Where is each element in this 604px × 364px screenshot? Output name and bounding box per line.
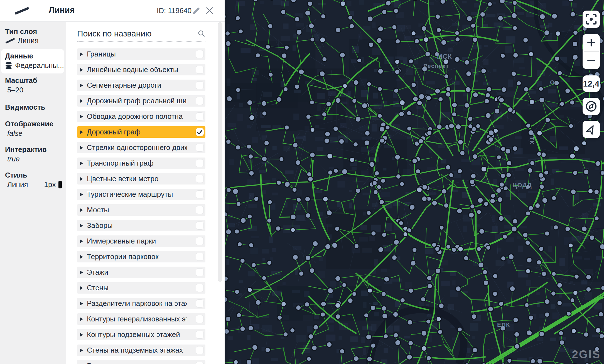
layer-row[interactable]: Транспортный граф bbox=[77, 158, 205, 169]
layer-checkbox[interactable] bbox=[196, 128, 204, 136]
expand-arrow-icon[interactable] bbox=[80, 99, 83, 103]
expand-arrow-icon[interactable] bbox=[80, 177, 83, 181]
plus-icon bbox=[586, 37, 597, 48]
expand-arrow-icon[interactable] bbox=[80, 286, 83, 290]
expand-arrow-icon[interactable] bbox=[80, 333, 83, 337]
search-input[interactable]: Поиск по названию bbox=[77, 29, 198, 38]
expand-arrow-icon[interactable] bbox=[80, 115, 83, 119]
layer-checkbox[interactable] bbox=[196, 331, 204, 339]
layer-row[interactable]: Разделители парковок на подзем... bbox=[77, 360, 205, 364]
layer-row[interactable]: Мосты bbox=[77, 204, 205, 216]
expand-arrow-icon[interactable] bbox=[80, 224, 83, 228]
layer-checkbox[interactable] bbox=[196, 284, 204, 292]
layer-row[interactable]: Линейные водные объекты bbox=[77, 64, 205, 75]
data-section-card[interactable]: Данные Федеральны... bbox=[1, 49, 64, 73]
layer-checkbox[interactable] bbox=[196, 222, 204, 230]
layer-checkbox[interactable] bbox=[196, 190, 204, 198]
layer-checkbox[interactable] bbox=[196, 253, 204, 261]
expand-arrow-icon[interactable] bbox=[80, 317, 83, 321]
style-value-row: Линия 1px bbox=[7, 180, 62, 189]
layer-label: Стрелки одностороннего движен... bbox=[87, 143, 187, 152]
layer-checkbox[interactable] bbox=[196, 66, 204, 74]
expand-arrow-icon[interactable] bbox=[80, 130, 83, 134]
minus-icon bbox=[586, 55, 597, 66]
layer-row[interactable]: Обводка дорожного полотна bbox=[77, 111, 205, 122]
expand-arrow-icon[interactable] bbox=[80, 270, 83, 274]
layer-type-value: Линия bbox=[6, 36, 39, 45]
expand-arrow-icon[interactable] bbox=[80, 255, 83, 259]
search-icon[interactable] bbox=[198, 30, 205, 38]
expand-arrow-icon[interactable] bbox=[80, 146, 83, 150]
zoom-in-button[interactable] bbox=[583, 34, 600, 51]
layer-row[interactable]: Сегментарные дороги bbox=[77, 80, 205, 91]
layer-label: Разделители парковок на этажах bbox=[87, 299, 187, 308]
layer-label: Дорожный граф bbox=[87, 128, 141, 136]
layer-row[interactable]: Заборы bbox=[77, 220, 205, 231]
layer-label: Стены bbox=[87, 284, 109, 292]
layer-checkbox[interactable] bbox=[196, 97, 204, 105]
expand-arrow-icon[interactable] bbox=[80, 302, 83, 306]
layer-checkbox[interactable] bbox=[196, 175, 204, 183]
layer-label: Заборы bbox=[87, 221, 113, 230]
list-scrollbar[interactable] bbox=[218, 22, 222, 282]
layer-checkbox[interactable] bbox=[196, 112, 204, 120]
layer-row[interactable]: Дорожный граф bbox=[77, 126, 205, 138]
interactive-value: true bbox=[7, 155, 20, 163]
zoom-out-button[interactable] bbox=[583, 52, 600, 69]
expand-arrow-icon[interactable] bbox=[80, 208, 83, 212]
layer-row[interactable]: Туристические маршруты bbox=[77, 189, 205, 200]
style-color-swatch[interactable] bbox=[58, 181, 62, 188]
layer-checkbox[interactable] bbox=[196, 50, 204, 58]
layer-row[interactable]: Разделители парковок на этажах bbox=[77, 298, 205, 309]
search-bar[interactable]: Поиск по названию bbox=[77, 26, 205, 42]
layer-row[interactable]: Иммерсивные парки bbox=[77, 235, 205, 247]
layer-label: Обводка дорожного полотна bbox=[87, 112, 183, 121]
layer-type-label: Тип слоя bbox=[5, 27, 37, 36]
layer-row[interactable]: Стены на подземных этажах bbox=[77, 345, 205, 356]
fullscreen-icon bbox=[585, 13, 597, 25]
close-button[interactable] bbox=[205, 6, 214, 16]
visibility-label: Видимость bbox=[5, 103, 45, 112]
map-canvas[interactable]: МСКРеспектОкТТКЦОДДЕПК bbox=[225, 0, 604, 364]
layer-checkbox[interactable] bbox=[196, 144, 204, 152]
layer-checkbox[interactable] bbox=[196, 346, 204, 354]
expand-arrow-icon[interactable] bbox=[80, 68, 83, 72]
interactive-label: Интерактив bbox=[5, 145, 47, 154]
fullscreen-button[interactable] bbox=[583, 11, 600, 28]
layer-checkbox[interactable] bbox=[196, 299, 204, 308]
editor-panel: Линия ID: 119640 Тип слоя Линия Данные bbox=[0, 0, 225, 364]
map-view[interactable]: МСКРеспектОкТТКЦОДДЕПК 12,4 bbox=[225, 0, 604, 364]
pencil-icon bbox=[192, 6, 200, 15]
compass-button[interactable] bbox=[583, 98, 600, 115]
expand-arrow-icon[interactable] bbox=[80, 52, 83, 56]
layer-row[interactable]: Этажи bbox=[77, 267, 205, 278]
layer-checkbox[interactable] bbox=[196, 206, 204, 214]
layer-row[interactable]: Контуры подземных этажей bbox=[77, 329, 205, 340]
expand-arrow-icon[interactable] bbox=[80, 239, 83, 243]
edit-button[interactable] bbox=[191, 6, 201, 16]
layer-row[interactable]: Территории парковок bbox=[77, 251, 205, 262]
layer-checkbox[interactable] bbox=[196, 268, 204, 276]
locate-button[interactable] bbox=[583, 121, 600, 138]
layer-checkbox[interactable] bbox=[196, 237, 204, 245]
layer-label: Цветные ветки метро bbox=[87, 174, 158, 183]
layer-checkbox[interactable] bbox=[196, 315, 204, 323]
layer-checkbox[interactable] bbox=[196, 362, 204, 364]
layer-checkbox[interactable] bbox=[196, 81, 204, 89]
layer-row[interactable]: Контуры генерализованных этаж... bbox=[77, 313, 205, 325]
layer-checkbox[interactable] bbox=[196, 159, 204, 167]
expand-arrow-icon[interactable] bbox=[80, 193, 83, 196]
layer-row[interactable]: Цветные ветки метро bbox=[77, 173, 205, 185]
expand-arrow-icon[interactable] bbox=[80, 161, 83, 165]
layer-row[interactable]: Стены bbox=[77, 282, 205, 294]
style-label: Стиль bbox=[5, 171, 27, 179]
zoom-level-button[interactable]: 12,4 bbox=[583, 75, 600, 92]
zoom-level-value: 12,4 bbox=[583, 79, 599, 88]
layer-row[interactable]: Границы bbox=[77, 48, 205, 60]
layer-row[interactable]: Дорожный граф реальной ширины bbox=[77, 95, 205, 107]
layer-row[interactable]: Стрелки одностороннего движен... bbox=[77, 142, 205, 153]
expand-arrow-icon[interactable] bbox=[80, 83, 83, 87]
map-place-label: ЕПК bbox=[497, 321, 510, 328]
layer-label: Контуры подземных этажей bbox=[87, 330, 180, 339]
expand-arrow-icon[interactable] bbox=[80, 348, 83, 352]
